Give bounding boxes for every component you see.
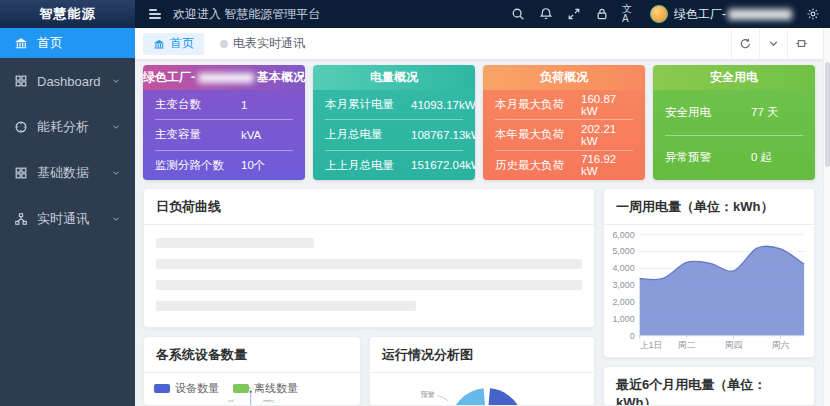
main-content: 绿色工厂-基本概况 主变台数1 主变容量kVA 监测分路个数10个 电量概况 本… xyxy=(135,60,823,406)
card-title: 负荷概况 xyxy=(483,65,645,90)
panel-title: 一周用电量（单位：kWh） xyxy=(604,189,814,225)
language-icon[interactable]: 文A xyxy=(622,7,637,22)
chevron-down-icon[interactable] xyxy=(759,28,787,60)
welcome-text: 欢迎进入 智慧能源管理平台 xyxy=(173,6,320,23)
tab-label: 首页 xyxy=(170,35,194,52)
svg-text:0: 0 xyxy=(630,331,635,341)
card-title: 电量概况 xyxy=(313,65,475,90)
maximize-icon[interactable] xyxy=(787,28,815,60)
svg-text:6,000: 6,000 xyxy=(612,230,634,240)
svg-text:5,000: 5,000 xyxy=(612,247,634,257)
panel-operation-analysis: 运行情况分析图 预警 xyxy=(369,336,595,406)
tab-home[interactable]: 首页 xyxy=(143,33,204,55)
svg-text:预警: 预警 xyxy=(420,390,434,399)
fullscreen-icon[interactable] xyxy=(566,7,581,22)
weekly-usage-area-chart: 01,0002,0003,0004,0005,0006,000上1日周二周四周六 xyxy=(604,225,814,357)
app-logo: 智慧能源 xyxy=(0,0,135,28)
sidebar-item-label: 能耗分析 xyxy=(37,118,89,136)
legend-item-offline[interactable]: 离线数量 xyxy=(233,381,298,396)
card-title: 安全用电 xyxy=(653,65,815,90)
panel-weekly-usage: 一周用电量（单位：kWh） 01,0002,0003,0004,0005,000… xyxy=(603,188,815,358)
svg-text:周二: 周二 xyxy=(678,340,696,350)
sidebar-item-energy-analysis[interactable]: 能耗分析 xyxy=(0,104,135,150)
legend-swatch xyxy=(233,384,249,393)
chevron-down-icon xyxy=(111,76,121,86)
panel-title: 最近6个月用电量（单位：kWh） xyxy=(604,367,814,406)
stat-row: 主变台数1 xyxy=(155,90,293,120)
grid-icon xyxy=(14,166,28,180)
pie-chart: 预警 xyxy=(370,373,594,405)
sidebar-item-base-data[interactable]: 基础数据 xyxy=(0,150,135,196)
redacted-text xyxy=(198,73,254,83)
chevron-down-icon xyxy=(111,122,121,132)
svg-text:用电安全: 用电安全 xyxy=(263,399,275,403)
bank-icon xyxy=(14,36,28,50)
panel-title: 运行情况分析图 xyxy=(370,337,594,373)
share-icon xyxy=(14,212,28,226)
chart-legend: 设备数量 离线数量 xyxy=(144,373,360,396)
svg-text:周四: 周四 xyxy=(725,340,743,350)
stat-row: 主变容量kVA xyxy=(155,120,293,150)
grid-icon xyxy=(14,74,28,88)
panel-title: 日负荷曲线 xyxy=(144,189,594,225)
sidebar-item-home[interactable]: 首页 xyxy=(0,28,135,58)
stat-row: 安全用电77 天 xyxy=(665,90,803,136)
legend-item-devices[interactable]: 设备数量 xyxy=(154,381,219,396)
svg-text:周六: 周六 xyxy=(772,340,790,350)
user-menu[interactable]: 绿色工厂- xyxy=(650,5,792,23)
stat-row: 本月累计电量41093.17kWh xyxy=(325,90,463,120)
sidebar-item-label: 实时通讯 xyxy=(37,210,89,228)
tab-controls xyxy=(731,28,815,60)
sidebar-item-realtime-comm[interactable]: 实时通讯 xyxy=(0,196,135,242)
loading-skeleton xyxy=(144,225,594,322)
refresh-icon[interactable] xyxy=(731,28,759,60)
sidebar: 首页 Dashboard 能耗分析 基础数据 实时通讯 xyxy=(0,28,135,406)
gear-icon[interactable] xyxy=(805,7,820,22)
lock-icon[interactable] xyxy=(594,7,609,22)
stat-row: 异常预警0 起 xyxy=(665,136,803,181)
redacted-user-name xyxy=(728,9,792,20)
svg-text:1,000: 1,000 xyxy=(612,314,634,324)
card-title: 绿色工厂-基本概况 xyxy=(143,65,305,90)
sidebar-item-label: 基础数据 xyxy=(37,164,89,182)
stat-row: 上上月总电量151672.04kWh xyxy=(325,151,463,180)
stat-row: 历史最大负荷716.92 kW xyxy=(495,151,633,180)
avatar[interactable] xyxy=(650,5,668,23)
svg-text:上1日: 上1日 xyxy=(640,340,663,350)
svg-text:3,000: 3,000 xyxy=(612,280,634,290)
top-header: 智慧能源 欢迎进入 智慧能源管理平台 文A 绿色工厂- xyxy=(0,0,830,28)
overview-cards-row: 绿色工厂-基本概况 主变台数1 主变容量kVA 监测分路个数10个 电量概况 本… xyxy=(143,65,815,180)
gauge-icon xyxy=(14,120,28,134)
scrollbar-track[interactable] xyxy=(823,28,830,406)
sidebar-item-dashboard[interactable]: Dashboard xyxy=(0,58,135,104)
tab-bar: 首页 电表实时通讯 xyxy=(135,28,823,60)
svg-text:水表: 水表 xyxy=(228,399,234,403)
bank-icon xyxy=(153,38,165,50)
card-load-overview: 负荷概况 本月最大负荷160.87 kW 本年最大负荷202.21 kW 历史最… xyxy=(483,65,645,180)
search-icon[interactable] xyxy=(510,7,525,22)
chevron-down-icon xyxy=(111,214,121,224)
tab-meter-realtime[interactable]: 电表实时通讯 xyxy=(210,33,315,55)
card-safety-overview: 安全用电 安全用电77 天 异常预警0 起 xyxy=(653,65,815,180)
stat-row: 上月总电量108767.13kWh xyxy=(325,120,463,150)
sidebar-item-label: Dashboard xyxy=(37,74,101,89)
legend-swatch xyxy=(154,384,170,393)
panel-monthly-usage: 最近6个月用电量（单位：kWh） xyxy=(603,366,815,406)
panel-device-count: 各系统设备数量 设备数量 离线数量 电表 水表 用电安全 xyxy=(143,336,361,406)
panel-daily-load-curve: 日负荷曲线 xyxy=(143,188,595,328)
notification-bell-icon[interactable] xyxy=(538,7,553,22)
stat-row: 本年最大负荷202.21 kW xyxy=(495,120,633,150)
svg-text:2,000: 2,000 xyxy=(612,297,634,307)
header-actions: 文A 绿色工厂- xyxy=(510,5,830,23)
chevron-down-icon xyxy=(111,168,121,178)
svg-text:4,000: 4,000 xyxy=(612,263,634,273)
tab-label: 电表实时通讯 xyxy=(233,35,305,52)
sidebar-item-label: 首页 xyxy=(37,34,63,52)
user-name: 绿色工厂- xyxy=(674,6,792,23)
scrollbar-thumb[interactable] xyxy=(825,62,830,167)
stat-row: 本月最大负荷160.87 kW xyxy=(495,90,633,120)
card-basic-overview: 绿色工厂-基本概况 主变台数1 主变容量kVA 监测分路个数10个 xyxy=(143,65,305,180)
sidebar-collapse-icon[interactable] xyxy=(149,9,161,19)
card-energy-overview: 电量概况 本月累计电量41093.17kWh 上月总电量108767.13kWh… xyxy=(313,65,475,180)
stat-row: 监测分路个数10个 xyxy=(155,151,293,180)
